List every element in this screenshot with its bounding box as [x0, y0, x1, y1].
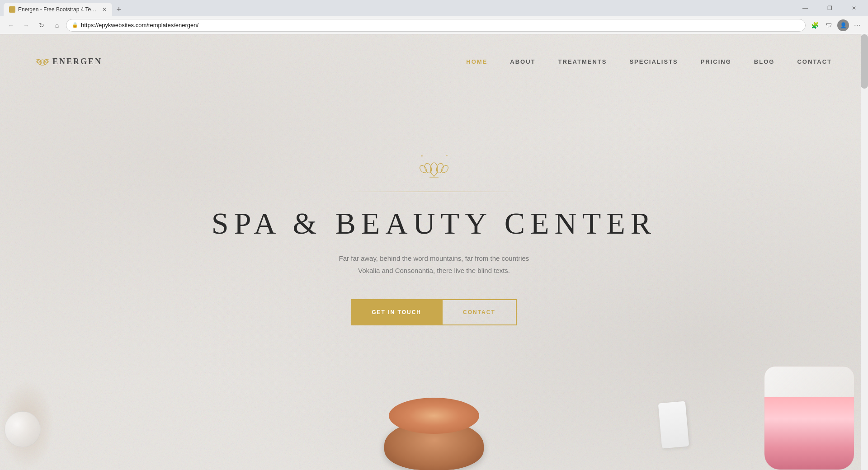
- menu-icon[interactable]: ⋯: [851, 19, 863, 32]
- hero-section: ✦ ✦ SPA & BEAUTY CENTER Far far away, be…: [0, 34, 868, 470]
- svg-point-11: [419, 164, 428, 174]
- toolbar-extras: 🧩 🛡 👤 ⋯: [808, 19, 863, 32]
- nav-menu: HOME ABOUT TREATMENTS SPECIALISTS PRICIN…: [466, 57, 832, 66]
- nav-link-blog[interactable]: BLOG: [754, 58, 775, 65]
- extensions-icon[interactable]: 🧩: [808, 19, 821, 32]
- back-button[interactable]: ←: [5, 19, 17, 32]
- navigation: ENERGEN HOME ABOUT TREATMENTS SPECIALIST…: [0, 34, 868, 89]
- nav-item-home[interactable]: HOME: [466, 57, 487, 66]
- get-in-touch-button[interactable]: GET IN TOUCH: [351, 299, 442, 325]
- browser-tab[interactable]: Energen - Free Bootstrap 4 Tem... ✕: [4, 3, 112, 16]
- browser-toolbar: ← → ↻ ⌂ 🔒 https://epykwebsites.com/templ…: [0, 16, 868, 34]
- forward-button[interactable]: →: [20, 19, 33, 32]
- logo-text: ENERGEN: [52, 57, 102, 66]
- new-tab-button[interactable]: +: [112, 3, 126, 16]
- lotus-icon: ✦ ✦: [416, 152, 452, 183]
- browser-titlebar: Energen - Free Bootstrap 4 Tem... ✕ + — …: [0, 0, 868, 16]
- profile-avatar[interactable]: 👤: [837, 19, 849, 31]
- reload-button[interactable]: ↻: [35, 19, 48, 32]
- logo-icon: [36, 56, 49, 68]
- nav-link-specialists[interactable]: SPECIALISTS: [629, 58, 678, 65]
- shield-icon[interactable]: 🛡: [823, 19, 835, 32]
- tab-favicon: [9, 6, 15, 13]
- hero-subtitle-line1: Far far away, behind the word mountains,…: [339, 254, 529, 262]
- nav-link-pricing[interactable]: PRICING: [701, 58, 731, 65]
- tab-close-icon[interactable]: ✕: [102, 6, 107, 13]
- nav-item-blog[interactable]: BLOG: [754, 57, 775, 66]
- home-button[interactable]: ⌂: [51, 19, 63, 32]
- window-controls: — ❐ ✕: [795, 0, 864, 16]
- svg-point-9: [424, 162, 433, 174]
- logo-link[interactable]: ENERGEN: [36, 56, 102, 68]
- hero-buttons: GET IN TOUCH CONTACT: [351, 299, 517, 325]
- hero-title: SPA & BEAUTY CENTER: [212, 206, 656, 241]
- address-text: https://epykwebsites.com/templates/energ…: [81, 22, 800, 28]
- address-bar[interactable]: 🔒 https://epykwebsites.com/templates/ene…: [66, 19, 806, 32]
- nav-link-home[interactable]: HOME: [466, 58, 487, 65]
- minimize-button[interactable]: —: [795, 0, 816, 16]
- svg-point-10: [435, 162, 445, 174]
- svg-point-12: [440, 164, 450, 174]
- hero-subtitle: Far far away, behind the word mountains,…: [339, 252, 529, 277]
- website-content: ENERGEN HOME ABOUT TREATMENTS SPECIALIST…: [0, 34, 868, 470]
- close-button[interactable]: ✕: [844, 0, 864, 16]
- nav-item-about[interactable]: ABOUT: [510, 57, 535, 66]
- hero-divider: [344, 192, 524, 192]
- tab-title: Energen - Free Bootstrap 4 Tem...: [18, 6, 99, 13]
- nav-link-contact[interactable]: CONTACT: [797, 58, 832, 65]
- nav-item-pricing[interactable]: PRICING: [701, 57, 731, 66]
- svg-text:✦: ✦: [420, 154, 424, 158]
- lock-icon: 🔒: [72, 22, 78, 28]
- browser-chrome: Energen - Free Bootstrap 4 Tem... ✕ + — …: [0, 0, 868, 34]
- nav-item-treatments[interactable]: TREATMENTS: [558, 57, 607, 66]
- maximize-button[interactable]: ❐: [819, 0, 840, 16]
- hero-subtitle-line2: Vokalia and Consonantia, there live the …: [358, 267, 510, 274]
- svg-text:✦: ✦: [446, 154, 448, 157]
- nav-item-specialists[interactable]: SPECIALISTS: [629, 57, 678, 66]
- nav-link-treatments[interactable]: TREATMENTS: [558, 58, 607, 65]
- nav-link-about[interactable]: ABOUT: [510, 58, 535, 65]
- contact-button[interactable]: CONTACT: [442, 299, 517, 325]
- nav-item-contact[interactable]: CONTACT: [797, 57, 832, 66]
